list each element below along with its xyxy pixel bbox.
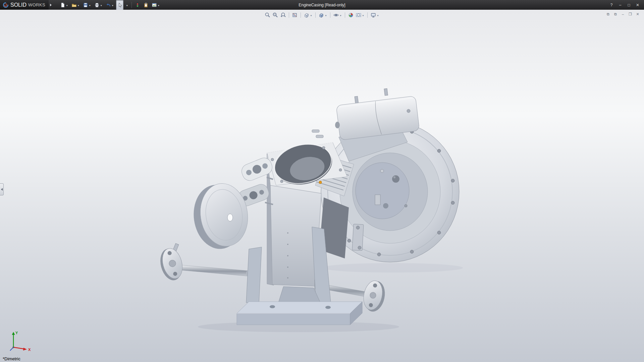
headsup-separator <box>367 12 368 18</box>
view-orientation-button[interactable] <box>303 11 313 19</box>
rebuild-button[interactable] <box>134 0 141 10</box>
brand-solid: SOLID <box>10 2 26 8</box>
left-shaft-assembly[interactable] <box>157 243 250 283</box>
orientation-triad: Y X <box>3 330 34 355</box>
headsup-separator <box>315 12 316 18</box>
x-axis-label: X <box>28 348 31 352</box>
base-plate[interactable] <box>237 302 362 325</box>
section-view-button[interactable] <box>291 11 298 19</box>
apply-scene-icon <box>356 12 362 18</box>
dropdown-caret-icon[interactable] <box>88 2 91 8</box>
undo-button[interactable] <box>105 0 115 10</box>
pane-right-button[interactable]: ⧉ <box>612 11 619 17</box>
save-icon <box>83 2 88 8</box>
save-button[interactable] <box>82 0 92 10</box>
dropdown-caret-icon[interactable] <box>77 2 80 8</box>
y-axis-arrow-icon <box>12 332 15 335</box>
viewport[interactable]: ⧉ ⧉ – ❐ ✕ Y X *Dimetric <box>0 10 644 362</box>
toolbar-separator <box>131 2 132 8</box>
zoom-to-fit-icon <box>265 12 271 18</box>
dropdown-caret-icon[interactable] <box>157 2 160 8</box>
dropdown-caret-icon[interactable] <box>324 12 327 18</box>
open-icon <box>71 2 77 8</box>
dropdown-caret-icon[interactable] <box>362 12 365 18</box>
image-options-icon <box>152 2 157 8</box>
dropdown-caret-icon[interactable] <box>339 12 342 18</box>
close-button[interactable]: ✕ <box>633 2 642 8</box>
headsup-separator <box>301 12 301 18</box>
eye-icon <box>333 12 339 18</box>
intake-flange-upper[interactable] <box>239 156 274 183</box>
window-controls: ? – □ ✕ <box>607 2 644 8</box>
previous-view-button[interactable] <box>280 11 286 19</box>
appearance-ball-icon <box>348 12 354 18</box>
zoom-to-area-icon <box>272 12 278 18</box>
minimize-button[interactable]: – <box>616 2 625 8</box>
brand: SOLIDWORKS <box>0 0 49 10</box>
brand-works: WORKS <box>28 2 45 7</box>
open-button[interactable] <box>70 0 81 10</box>
select-dropdown-button[interactable] <box>124 0 129 10</box>
new-document-icon <box>60 2 65 8</box>
x-axis-arrow-icon <box>23 348 27 351</box>
y-axis-label: Y <box>15 331 18 335</box>
document-window-controls: ⧉ ⧉ – ❐ ✕ <box>605 11 641 17</box>
undo-icon <box>106 2 111 8</box>
main-toolbar <box>59 0 161 10</box>
orientation-label: *Dimetric <box>3 356 20 361</box>
doc-close-button[interactable]: ✕ <box>635 11 641 17</box>
feature-manager-splitter-tab[interactable] <box>0 183 4 195</box>
zoom-to-area-button[interactable] <box>272 11 279 19</box>
solidworks-logo-icon <box>3 2 9 8</box>
headsup-separator <box>330 12 330 18</box>
dropdown-caret-icon[interactable] <box>100 2 103 8</box>
headsup-toolbar <box>264 11 380 19</box>
print-icon <box>94 2 100 8</box>
hide-show-items-button[interactable] <box>333 11 342 19</box>
selection-point <box>319 181 322 184</box>
options-button[interactable] <box>151 0 161 10</box>
section-view-icon <box>292 12 298 18</box>
dropdown-caret-icon[interactable] <box>125 2 128 8</box>
display-style-icon <box>318 12 324 18</box>
zoom-to-fit-button[interactable] <box>264 11 271 19</box>
clipboard-icon <box>143 2 149 8</box>
document-title: EngineCasing [Read-only] <box>299 3 345 7</box>
headsup-separator <box>345 12 345 18</box>
apply-scene-button[interactable] <box>355 11 365 19</box>
dropdown-caret-icon[interactable] <box>65 2 68 8</box>
view-orientation-cube-icon <box>304 12 310 18</box>
titlebar: SOLIDWORKS <box>0 0 644 10</box>
view-settings-monitor-icon <box>370 12 376 18</box>
housing-bracket <box>352 224 364 250</box>
solidworks-window: SOLIDWORKS <box>0 0 644 362</box>
new-document-button[interactable] <box>59 0 69 10</box>
engine-casing-3d-model[interactable] <box>0 10 644 362</box>
display-style-button[interactable] <box>318 11 328 19</box>
doc-minimize-button[interactable]: – <box>620 11 626 17</box>
print-button[interactable] <box>93 0 104 10</box>
select-button[interactable] <box>116 0 123 10</box>
toolbar-overflow-icon[interactable] <box>50 4 52 6</box>
edit-appearance-button[interactable] <box>347 11 354 19</box>
previous-view-icon <box>280 12 286 18</box>
doc-restore-button[interactable]: ❐ <box>627 11 633 17</box>
collapse-arrow-icon <box>1 188 3 191</box>
dropdown-caret-icon[interactable] <box>376 12 379 18</box>
copy-settings-button[interactable] <box>142 0 150 10</box>
select-cursor-icon <box>117 2 122 8</box>
dropdown-caret-icon[interactable] <box>310 12 313 18</box>
maximize-button[interactable]: □ <box>625 2 633 8</box>
help-button[interactable]: ? <box>607 2 616 8</box>
view-settings-button[interactable] <box>370 11 380 19</box>
headsup-separator <box>289 12 289 18</box>
dropdown-caret-icon[interactable] <box>111 2 114 8</box>
rebuild-traffic-light-icon <box>135 2 140 8</box>
pane-left-button[interactable]: ⧉ <box>605 11 611 17</box>
